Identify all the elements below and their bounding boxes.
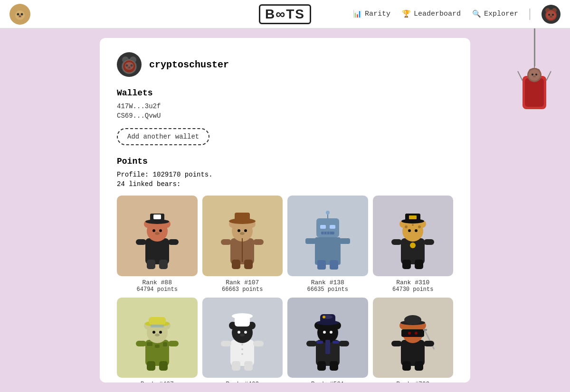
svg-rect-100	[163, 342, 167, 346]
svg-point-57	[244, 229, 247, 232]
svg-point-124	[241, 348, 243, 350]
svg-point-58	[240, 232, 245, 235]
nav-explorer-link[interactable]: 🔍 Explorer	[472, 9, 518, 19]
bear-rank: Rank #703	[396, 381, 429, 383]
nav-logo[interactable]	[10, 4, 30, 25]
svg-point-118	[238, 331, 240, 334]
nav-leaderboard-link[interactable]: 🏆 Leaderboard	[402, 9, 461, 19]
bear-card[interactable]: Rank #8864794 points	[117, 196, 198, 293]
svg-point-92	[410, 243, 416, 248]
svg-point-27	[533, 75, 536, 77]
svg-point-86	[412, 224, 414, 226]
svg-point-84	[405, 225, 408, 228]
explorer-icon: 🔍	[472, 9, 481, 19]
bear-rank: Rank #138	[311, 279, 344, 286]
bear-points: 66635 points	[307, 286, 348, 293]
svg-point-104	[152, 331, 155, 334]
bear-card[interactable]: Rank #10766663 points	[202, 196, 283, 293]
svg-point-154	[408, 332, 411, 335]
bear-image	[202, 196, 283, 276]
wallet-list: 417W...3u2f CS69...QvwU	[117, 103, 453, 120]
svg-rect-63	[253, 239, 264, 245]
svg-rect-96	[415, 260, 423, 269]
svg-point-120	[240, 334, 245, 336]
svg-point-88	[415, 229, 418, 232]
bear-card[interactable]: Rank #703	[373, 298, 454, 383]
svg-point-37	[125, 62, 133, 70]
nav-brand-container: B∞TS	[259, 4, 311, 24]
svg-rect-160	[391, 341, 402, 346]
wallet-address-1: 417W...3u2f	[117, 103, 453, 110]
svg-point-7	[19, 15, 21, 17]
svg-rect-64	[232, 260, 240, 269]
svg-rect-91	[409, 215, 417, 219]
svg-rect-79	[330, 260, 338, 270]
bear-points: 66663 points	[222, 286, 263, 293]
svg-rect-60	[235, 213, 250, 222]
nav-brand[interactable]: B∞TS	[259, 4, 311, 24]
bear-image	[117, 196, 198, 276]
bear-card[interactable]: Rank #13866635 points	[287, 196, 368, 293]
bear-card[interactable]: Rank #501	[287, 298, 368, 383]
hanging-bear-svg	[513, 66, 556, 128]
bear-image	[373, 298, 454, 378]
bear-rank: Rank #88	[142, 279, 172, 286]
svg-rect-144	[339, 341, 349, 346]
svg-rect-18	[525, 78, 544, 107]
svg-rect-129	[244, 361, 253, 371]
svg-line-19	[518, 71, 522, 81]
bear-card[interactable]: Rank #31064730 points	[373, 196, 454, 293]
rope	[534, 28, 535, 66]
bear-rank: Rank #469	[226, 381, 259, 383]
svg-rect-113	[159, 361, 168, 371]
svg-point-75	[326, 211, 330, 215]
profile-card: cryptoschuster Wallets 417W...3u2f CS69.…	[100, 38, 470, 383]
svg-rect-141	[316, 341, 323, 344]
profile-username: cryptoschuster	[149, 59, 229, 70]
svg-point-87	[408, 229, 411, 232]
add-wallet-button[interactable]: Add another wallet	[117, 128, 209, 145]
nav-links: 📊 Rarity 🏆 Leaderboard 🔍 Explorer	[353, 5, 560, 24]
svg-point-25	[532, 74, 533, 75]
svg-point-5	[21, 13, 23, 15]
bear-card[interactable]: Rank #469	[202, 298, 283, 383]
svg-point-26	[535, 74, 537, 75]
bear-image	[287, 196, 368, 276]
svg-rect-127	[253, 341, 264, 346]
svg-point-119	[244, 331, 247, 334]
svg-rect-108	[149, 317, 166, 325]
svg-rect-111	[168, 341, 179, 346]
svg-rect-93	[391, 239, 402, 245]
bear-card[interactable]: Rank #437	[117, 298, 198, 383]
svg-rect-65	[244, 260, 253, 269]
nav-explorer-label: Explorer	[484, 10, 518, 18]
svg-point-155	[415, 332, 418, 335]
svg-point-85	[418, 225, 421, 228]
bear-rank: Rank #437	[141, 381, 174, 383]
svg-rect-68	[320, 225, 326, 229]
svg-rect-70	[321, 232, 334, 234]
svg-rect-140	[325, 340, 330, 354]
points-section: Points Profile: 1029170 points. 24 linke…	[117, 157, 453, 188]
nav-user-avatar[interactable]	[542, 5, 560, 24]
svg-point-14	[550, 16, 553, 18]
svg-point-139	[323, 316, 325, 318]
svg-rect-69	[330, 225, 335, 229]
linked-bears-label: 24 linked bears:	[117, 180, 453, 188]
svg-rect-76	[305, 238, 316, 244]
wallets-title: Wallets	[117, 88, 453, 98]
bears-grid: Rank #8864794 points Rank #10766663 poin…	[117, 196, 453, 383]
svg-point-105	[159, 331, 162, 334]
svg-rect-94	[424, 239, 434, 245]
bear-rank: Rank #310	[396, 279, 429, 286]
svg-point-134	[323, 331, 326, 334]
nav-rarity-link[interactable]: 📊 Rarity	[353, 9, 390, 19]
svg-point-4	[17, 13, 19, 15]
svg-rect-126	[221, 341, 231, 346]
svg-point-56	[238, 229, 240, 232]
svg-point-3	[15, 10, 25, 20]
svg-point-135	[330, 331, 332, 334]
bear-points: 64730 points	[392, 286, 433, 293]
svg-rect-50	[147, 260, 155, 269]
svg-point-43	[159, 229, 162, 232]
